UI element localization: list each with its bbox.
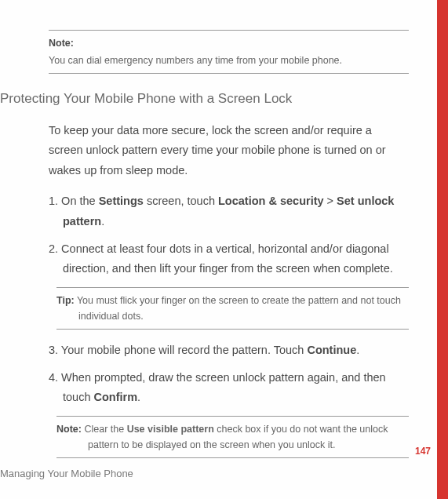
note-text: Clear the (82, 424, 127, 435)
step-text: Your mobile phone will record the patter… (58, 344, 307, 356)
bold-location-security: Location & security (218, 195, 324, 207)
step-number: 3. (49, 344, 58, 356)
step-2: 2. Connect at least four dots in a verti… (49, 239, 409, 279)
step-text: screen, touch (144, 195, 218, 207)
separator: > (324, 195, 337, 207)
step-text: . (356, 344, 359, 356)
note-text: check box if you do not want the unlock (214, 424, 388, 435)
bold-use-visible-pattern: Use visible pattern (127, 424, 214, 435)
tip-label: Tip: (56, 295, 75, 306)
tip-callout: Tip: You must flick your finger on the s… (56, 287, 409, 330)
section-heading: Protecting Your Mobile Phone with a Scre… (0, 91, 417, 107)
step-text: . (137, 391, 140, 403)
note-label: Note: (49, 35, 409, 51)
intro-paragraph: To keep your data more secure, lock the … (49, 121, 409, 180)
note-callout-top: Note: You can dial emergency numbers any… (49, 30, 409, 74)
step-number: 1. (49, 195, 58, 207)
step-3: 3. Your mobile phone will record the pat… (49, 341, 409, 360)
note-callout-bottom: Note: Clear the Use visible pattern chec… (56, 416, 409, 458)
step-1: 1. On the Settings screen, touch Locatio… (49, 191, 409, 231)
note-label: Note: (56, 424, 82, 435)
note-text: You can dial emergency numbers any time … (49, 53, 409, 68)
step-number: 4. (49, 371, 58, 384)
footer-text: Managing Your Mobile Phone (0, 468, 133, 479)
step-text: On the (58, 195, 99, 207)
bold-continue: Continue (307, 344, 356, 356)
note-text-cont: pattern to be displayed on the screen wh… (88, 437, 409, 453)
step-text: . (101, 215, 104, 228)
page-number: 147 (415, 446, 431, 457)
bold-settings: Settings (99, 195, 144, 207)
step-number: 2. (49, 242, 58, 255)
step-text: Connect at least four dots in a vertical… (58, 242, 393, 275)
step-4: 4. When prompted, draw the screen unlock… (49, 368, 409, 408)
tip-text-cont: individual dots. (78, 308, 409, 324)
edge-tab (437, 0, 448, 499)
page-content: Note: You can dial emergency numbers any… (0, 0, 448, 458)
bold-confirm: Confirm (94, 391, 138, 403)
tip-text: You must flick your finger on the screen… (75, 295, 401, 306)
